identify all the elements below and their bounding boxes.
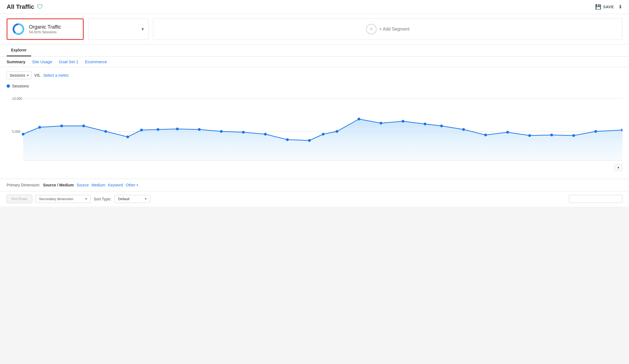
metric-select-arrow-icon: ▾ xyxy=(27,73,29,77)
other-label: Other xyxy=(126,183,135,187)
explorer-tabs-row: Explorer xyxy=(0,45,629,57)
svg-point-34 xyxy=(528,134,531,137)
segment-name: Organic Traffic xyxy=(29,24,61,30)
svg-point-30 xyxy=(440,125,443,127)
svg-point-10 xyxy=(38,126,41,129)
svg-point-24 xyxy=(322,133,325,136)
svg-marker-8 xyxy=(23,119,622,160)
add-segment-label: + Add Segment xyxy=(379,27,410,32)
legend-label: Sessions xyxy=(12,84,29,88)
segment-pct: 54.91% Sessions xyxy=(29,30,61,34)
dim-link-keyword[interactable]: Keyword xyxy=(108,183,123,187)
secondary-dimension-select[interactable]: Secondary dimension ▾ xyxy=(36,195,91,203)
chart-legend: Sessions xyxy=(7,81,622,89)
svg-point-14 xyxy=(126,136,129,138)
svg-point-26 xyxy=(358,118,360,120)
plot-rows-button[interactable]: Plot Rows xyxy=(7,195,32,203)
svg-point-19 xyxy=(220,130,223,133)
svg-point-32 xyxy=(484,134,487,136)
svg-point-27 xyxy=(380,122,382,125)
segment-dropdown[interactable]: ▾ xyxy=(88,18,149,40)
svg-point-20 xyxy=(242,131,245,134)
primary-dimension-row: Primary Dimension: Source / Medium Sourc… xyxy=(0,179,629,191)
tab-summary[interactable]: Summary xyxy=(7,59,25,64)
toolbar-row: Plot Rows Secondary dimension ▾ Sort Typ… xyxy=(0,191,629,206)
svg-point-17 xyxy=(176,128,179,130)
secondary-dim-arrow-icon: ▾ xyxy=(85,197,87,201)
svg-point-9 xyxy=(22,133,24,136)
save-icon: 💾 xyxy=(595,4,601,10)
svg-point-29 xyxy=(424,123,426,125)
svg-text:10,000: 10,000 xyxy=(12,97,22,101)
svg-point-33 xyxy=(506,131,509,134)
chart-controls: Sessions ▾ VS. Select a metric xyxy=(0,67,629,81)
other-dropdown[interactable]: Other ▾ xyxy=(126,183,138,187)
primary-dimension-label: Primary Dimension: xyxy=(7,183,40,187)
svg-point-11 xyxy=(60,125,63,127)
chart-wrapper: 10,000 5,000 xyxy=(7,92,622,163)
svg-point-25 xyxy=(336,130,338,133)
select-metric-link[interactable]: Select a metric xyxy=(43,73,69,78)
svg-point-15 xyxy=(140,129,143,131)
svg-text:May 8: May 8 xyxy=(172,162,182,163)
tab-goal-set-1[interactable]: Goal Set 1 xyxy=(59,59,78,64)
shield-icon: 🛡 xyxy=(37,3,43,10)
top-bar-left: All Traffic 🛡 xyxy=(7,3,43,10)
svg-text:May 15: May 15 xyxy=(353,162,365,163)
chart-nav-button[interactable]: ▾ xyxy=(614,164,622,171)
svg-point-37 xyxy=(594,130,597,133)
svg-point-23 xyxy=(308,139,311,142)
primary-dimension-value[interactable]: Source / Medium xyxy=(43,183,74,187)
save-button[interactable]: 💾 SAVE xyxy=(595,4,614,10)
svg-point-16 xyxy=(157,128,159,131)
explorer-tab[interactable]: Explorer xyxy=(7,45,31,56)
metric-select-label: Sessions xyxy=(10,73,25,78)
chevron-down-icon: ▾ xyxy=(141,26,144,32)
svg-point-28 xyxy=(402,120,404,123)
page-title: All Traffic xyxy=(7,3,34,10)
secondary-dimension-label: Secondary dimension xyxy=(39,197,83,201)
top-bar-right: 💾 SAVE ⬇ xyxy=(595,4,622,10)
sort-type-select[interactable]: Default ▾ xyxy=(115,195,150,203)
svg-text:...: ... xyxy=(22,162,25,163)
dim-link-medium[interactable]: Medium xyxy=(92,183,105,187)
sub-tabs-row: Summary Site Usage Goal Set 1 Ecommerce xyxy=(0,57,629,67)
other-dropdown-arrow-icon: ▾ xyxy=(137,183,138,187)
legend-dot-icon xyxy=(7,84,10,88)
export-icon[interactable]: ⬇ xyxy=(618,4,622,10)
svg-point-13 xyxy=(104,130,107,133)
tab-ecommerce[interactable]: Ecommerce xyxy=(85,59,107,64)
svg-point-36 xyxy=(572,134,575,137)
sort-type-label: Sort Type: xyxy=(94,197,111,201)
svg-text:May 22: May 22 xyxy=(535,162,547,163)
add-segment-circle-icon: + xyxy=(366,24,377,34)
top-bar: All Traffic 🛡 💾 SAVE ⬇ xyxy=(0,0,629,14)
sort-type-arrow-icon: ▾ xyxy=(145,197,147,201)
svg-point-35 xyxy=(550,134,553,136)
add-segment-card[interactable]: + + Add Segment xyxy=(153,18,622,40)
svg-point-18 xyxy=(198,128,201,131)
metric-select[interactable]: Sessions ▾ xyxy=(7,71,32,79)
tab-site-usage[interactable]: Site Usage xyxy=(32,59,52,64)
organic-traffic-segment[interactable]: Organic Traffic 54.91% Sessions xyxy=(7,18,84,40)
chart-area: Sessions 10,000 5,000 xyxy=(0,81,629,179)
sessions-chart: 10,000 5,000 xyxy=(7,92,622,163)
svg-point-22 xyxy=(286,138,289,141)
vs-label: VS. xyxy=(34,73,41,78)
svg-point-21 xyxy=(264,133,267,136)
svg-point-12 xyxy=(82,125,85,127)
sort-type-value: Default xyxy=(118,197,143,201)
segment-donut-icon xyxy=(12,23,25,36)
search-input[interactable] xyxy=(569,195,622,203)
svg-text:5,000: 5,000 xyxy=(12,130,20,134)
chart-bottom-row: ▾ xyxy=(7,163,622,172)
dim-link-source[interactable]: Source xyxy=(77,183,89,187)
segment-info: Organic Traffic 54.91% Sessions xyxy=(29,24,61,34)
segments-area: Organic Traffic 54.91% Sessions ▾ + + Ad… xyxy=(0,14,629,45)
svg-point-31 xyxy=(462,128,465,131)
